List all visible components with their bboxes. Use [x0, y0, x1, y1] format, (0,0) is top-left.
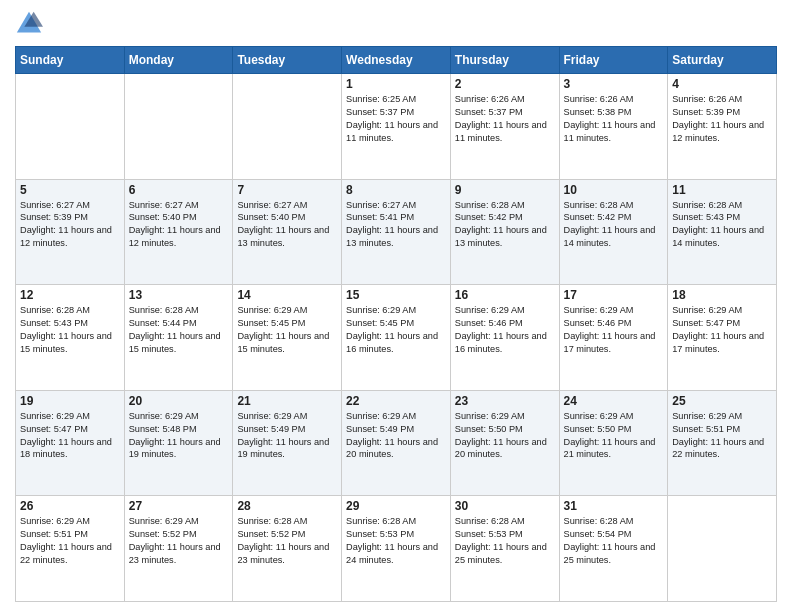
calendar-week-row: 12Sunrise: 6:28 AMSunset: 5:43 PMDayligh…: [16, 285, 777, 391]
day-info: Sunrise: 6:27 AMSunset: 5:41 PMDaylight:…: [346, 199, 446, 251]
weekday-header-saturday: Saturday: [668, 47, 777, 74]
calendar-cell: [16, 74, 125, 180]
day-number: 28: [237, 499, 337, 513]
day-info: Sunrise: 6:28 AMSunset: 5:42 PMDaylight:…: [564, 199, 664, 251]
weekday-header-tuesday: Tuesday: [233, 47, 342, 74]
day-number: 8: [346, 183, 446, 197]
day-number: 5: [20, 183, 120, 197]
day-number: 22: [346, 394, 446, 408]
day-number: 12: [20, 288, 120, 302]
day-number: 23: [455, 394, 555, 408]
day-number: 14: [237, 288, 337, 302]
day-number: 18: [672, 288, 772, 302]
day-info: Sunrise: 6:29 AMSunset: 5:45 PMDaylight:…: [237, 304, 337, 356]
day-info: Sunrise: 6:28 AMSunset: 5:44 PMDaylight:…: [129, 304, 229, 356]
day-info: Sunrise: 6:29 AMSunset: 5:46 PMDaylight:…: [564, 304, 664, 356]
day-number: 13: [129, 288, 229, 302]
weekday-header-wednesday: Wednesday: [342, 47, 451, 74]
day-info: Sunrise: 6:26 AMSunset: 5:38 PMDaylight:…: [564, 93, 664, 145]
calendar-cell: 1Sunrise: 6:25 AMSunset: 5:37 PMDaylight…: [342, 74, 451, 180]
calendar-cell: 30Sunrise: 6:28 AMSunset: 5:53 PMDayligh…: [450, 496, 559, 602]
calendar-week-row: 19Sunrise: 6:29 AMSunset: 5:47 PMDayligh…: [16, 390, 777, 496]
calendar-cell: 13Sunrise: 6:28 AMSunset: 5:44 PMDayligh…: [124, 285, 233, 391]
calendar-cell: 24Sunrise: 6:29 AMSunset: 5:50 PMDayligh…: [559, 390, 668, 496]
calendar-cell: 17Sunrise: 6:29 AMSunset: 5:46 PMDayligh…: [559, 285, 668, 391]
calendar-week-row: 5Sunrise: 6:27 AMSunset: 5:39 PMDaylight…: [16, 179, 777, 285]
day-info: Sunrise: 6:29 AMSunset: 5:51 PMDaylight:…: [20, 515, 120, 567]
calendar-cell: 5Sunrise: 6:27 AMSunset: 5:39 PMDaylight…: [16, 179, 125, 285]
calendar-cell: 29Sunrise: 6:28 AMSunset: 5:53 PMDayligh…: [342, 496, 451, 602]
calendar-cell: 11Sunrise: 6:28 AMSunset: 5:43 PMDayligh…: [668, 179, 777, 285]
day-number: 20: [129, 394, 229, 408]
day-number: 17: [564, 288, 664, 302]
calendar-cell: 21Sunrise: 6:29 AMSunset: 5:49 PMDayligh…: [233, 390, 342, 496]
day-info: Sunrise: 6:28 AMSunset: 5:42 PMDaylight:…: [455, 199, 555, 251]
day-info: Sunrise: 6:29 AMSunset: 5:50 PMDaylight:…: [564, 410, 664, 462]
day-info: Sunrise: 6:29 AMSunset: 5:45 PMDaylight:…: [346, 304, 446, 356]
day-info: Sunrise: 6:27 AMSunset: 5:39 PMDaylight:…: [20, 199, 120, 251]
calendar-cell: 19Sunrise: 6:29 AMSunset: 5:47 PMDayligh…: [16, 390, 125, 496]
calendar-cell: 4Sunrise: 6:26 AMSunset: 5:39 PMDaylight…: [668, 74, 777, 180]
day-number: 24: [564, 394, 664, 408]
calendar-cell: 7Sunrise: 6:27 AMSunset: 5:40 PMDaylight…: [233, 179, 342, 285]
calendar-cell: 22Sunrise: 6:29 AMSunset: 5:49 PMDayligh…: [342, 390, 451, 496]
day-number: 26: [20, 499, 120, 513]
calendar-cell: [668, 496, 777, 602]
calendar-cell: 31Sunrise: 6:28 AMSunset: 5:54 PMDayligh…: [559, 496, 668, 602]
day-info: Sunrise: 6:29 AMSunset: 5:51 PMDaylight:…: [672, 410, 772, 462]
day-number: 27: [129, 499, 229, 513]
day-info: Sunrise: 6:29 AMSunset: 5:49 PMDaylight:…: [237, 410, 337, 462]
day-number: 19: [20, 394, 120, 408]
day-info: Sunrise: 6:26 AMSunset: 5:37 PMDaylight:…: [455, 93, 555, 145]
weekday-header-monday: Monday: [124, 47, 233, 74]
day-number: 10: [564, 183, 664, 197]
day-number: 3: [564, 77, 664, 91]
day-number: 31: [564, 499, 664, 513]
calendar-header-row: SundayMondayTuesdayWednesdayThursdayFrid…: [16, 47, 777, 74]
day-info: Sunrise: 6:27 AMSunset: 5:40 PMDaylight:…: [129, 199, 229, 251]
calendar-cell: 12Sunrise: 6:28 AMSunset: 5:43 PMDayligh…: [16, 285, 125, 391]
day-number: 11: [672, 183, 772, 197]
calendar-cell: 20Sunrise: 6:29 AMSunset: 5:48 PMDayligh…: [124, 390, 233, 496]
logo-icon: [15, 10, 43, 38]
day-number: 29: [346, 499, 446, 513]
day-number: 21: [237, 394, 337, 408]
calendar-cell: 10Sunrise: 6:28 AMSunset: 5:42 PMDayligh…: [559, 179, 668, 285]
day-info: Sunrise: 6:29 AMSunset: 5:52 PMDaylight:…: [129, 515, 229, 567]
calendar-cell: 18Sunrise: 6:29 AMSunset: 5:47 PMDayligh…: [668, 285, 777, 391]
day-info: Sunrise: 6:28 AMSunset: 5:53 PMDaylight:…: [346, 515, 446, 567]
day-info: Sunrise: 6:29 AMSunset: 5:49 PMDaylight:…: [346, 410, 446, 462]
day-info: Sunrise: 6:29 AMSunset: 5:50 PMDaylight:…: [455, 410, 555, 462]
calendar-cell: 25Sunrise: 6:29 AMSunset: 5:51 PMDayligh…: [668, 390, 777, 496]
calendar-cell: 15Sunrise: 6:29 AMSunset: 5:45 PMDayligh…: [342, 285, 451, 391]
calendar-cell: 27Sunrise: 6:29 AMSunset: 5:52 PMDayligh…: [124, 496, 233, 602]
day-info: Sunrise: 6:25 AMSunset: 5:37 PMDaylight:…: [346, 93, 446, 145]
day-number: 7: [237, 183, 337, 197]
logo: [15, 10, 47, 38]
day-number: 1: [346, 77, 446, 91]
header: [15, 10, 777, 38]
day-number: 2: [455, 77, 555, 91]
calendar-cell: 8Sunrise: 6:27 AMSunset: 5:41 PMDaylight…: [342, 179, 451, 285]
weekday-header-friday: Friday: [559, 47, 668, 74]
weekday-header-thursday: Thursday: [450, 47, 559, 74]
day-info: Sunrise: 6:28 AMSunset: 5:53 PMDaylight:…: [455, 515, 555, 567]
day-number: 16: [455, 288, 555, 302]
calendar-cell: 9Sunrise: 6:28 AMSunset: 5:42 PMDaylight…: [450, 179, 559, 285]
calendar-cell: 23Sunrise: 6:29 AMSunset: 5:50 PMDayligh…: [450, 390, 559, 496]
day-info: Sunrise: 6:29 AMSunset: 5:46 PMDaylight:…: [455, 304, 555, 356]
day-info: Sunrise: 6:27 AMSunset: 5:40 PMDaylight:…: [237, 199, 337, 251]
day-number: 9: [455, 183, 555, 197]
day-info: Sunrise: 6:26 AMSunset: 5:39 PMDaylight:…: [672, 93, 772, 145]
calendar-cell: 16Sunrise: 6:29 AMSunset: 5:46 PMDayligh…: [450, 285, 559, 391]
day-info: Sunrise: 6:28 AMSunset: 5:54 PMDaylight:…: [564, 515, 664, 567]
day-number: 4: [672, 77, 772, 91]
day-number: 25: [672, 394, 772, 408]
calendar-cell: 28Sunrise: 6:28 AMSunset: 5:52 PMDayligh…: [233, 496, 342, 602]
day-info: Sunrise: 6:28 AMSunset: 5:52 PMDaylight:…: [237, 515, 337, 567]
calendar-cell: 14Sunrise: 6:29 AMSunset: 5:45 PMDayligh…: [233, 285, 342, 391]
weekday-header-sunday: Sunday: [16, 47, 125, 74]
day-info: Sunrise: 6:29 AMSunset: 5:47 PMDaylight:…: [672, 304, 772, 356]
day-info: Sunrise: 6:29 AMSunset: 5:48 PMDaylight:…: [129, 410, 229, 462]
day-info: Sunrise: 6:29 AMSunset: 5:47 PMDaylight:…: [20, 410, 120, 462]
